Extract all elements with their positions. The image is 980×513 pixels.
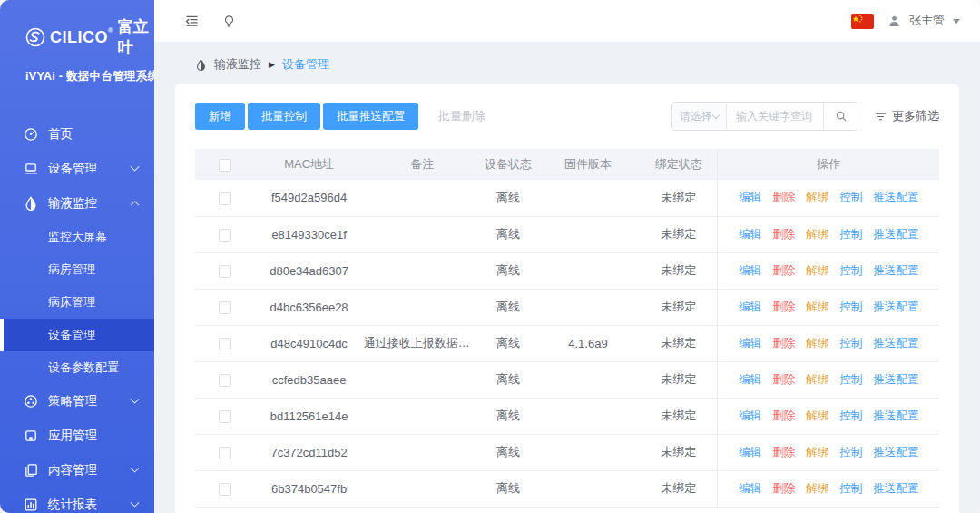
action-delete[interactable]: 删除 xyxy=(772,337,795,350)
action-delete[interactable]: 删除 xyxy=(772,264,795,277)
action-edit[interactable]: 编辑 xyxy=(739,482,761,495)
table-body: f549d2a596d4离线未绑定编辑删除解绑控制推送配置e8149330ce1… xyxy=(195,180,939,507)
row-checkbox[interactable] xyxy=(219,301,231,314)
sidebar-subitem-device-management-sub[interactable]: 设备管理 xyxy=(0,319,154,351)
action-push-config[interactable]: 推送配置 xyxy=(873,482,918,495)
breadcrumb-section: 输液监控 xyxy=(214,56,261,73)
cell-firmware xyxy=(536,470,640,507)
lightbulb-icon[interactable] xyxy=(222,15,236,28)
row-checkbox[interactable] xyxy=(219,447,231,459)
filter-icon xyxy=(875,111,887,123)
app-window: CILICO® 富立叶 iVYAi - 数据中台管理系统 首页设备管理输液监控监… xyxy=(0,0,980,513)
cell-binding: 未绑定 xyxy=(640,361,718,398)
action-unbind[interactable]: 解绑 xyxy=(806,446,828,459)
action-delete[interactable]: 删除 xyxy=(772,301,795,313)
search-field-select[interactable]: 请选择 xyxy=(672,103,727,130)
batch-push-config-button[interactable]: 批量推送配置 xyxy=(323,103,418,130)
action-edit[interactable]: 编辑 xyxy=(739,373,761,386)
sidebar-item-strategy-management[interactable]: 策略管理 xyxy=(0,384,154,419)
drop-icon xyxy=(24,196,38,211)
action-control[interactable]: 控制 xyxy=(839,409,862,422)
action-push-config[interactable]: 推送配置 xyxy=(873,264,918,277)
action-edit[interactable]: 编辑 xyxy=(739,228,761,241)
action-unbind[interactable]: 解绑 xyxy=(806,337,828,350)
cell-firmware xyxy=(536,398,640,434)
device-table: MAC地址 备注 设备状态 固件版本 绑定状态 操作 f549d2a596d4离… xyxy=(195,149,939,508)
action-push-config[interactable]: 推送配置 xyxy=(873,191,918,203)
row-checkbox[interactable] xyxy=(219,374,231,387)
row-checkbox[interactable] xyxy=(219,410,231,423)
action-edit[interactable]: 编辑 xyxy=(739,446,761,459)
sidebar-subitem-ward-management[interactable]: 病房管理 xyxy=(0,253,154,286)
select-all-checkbox[interactable] xyxy=(219,159,231,172)
table-row: ccfedb35aaee离线未绑定编辑删除解绑控制推送配置 xyxy=(195,361,939,398)
cell-firmware xyxy=(536,289,640,325)
action-unbind[interactable]: 解绑 xyxy=(806,409,828,422)
action-control[interactable]: 控制 xyxy=(839,373,862,386)
sidebar-collapse-icon[interactable] xyxy=(185,15,199,28)
batch-delete-button[interactable]: 批量删除 xyxy=(438,108,485,124)
sidebar-item-device-management[interactable]: 设备管理 xyxy=(0,152,154,186)
topbar-right: 张主管 xyxy=(851,13,960,29)
action-control[interactable]: 控制 xyxy=(839,482,862,495)
action-unbind[interactable]: 解绑 xyxy=(806,228,828,241)
sidebar-item-report-statistics[interactable]: 统计报表 xyxy=(0,488,154,513)
action-edit[interactable]: 编辑 xyxy=(739,301,761,313)
action-control[interactable]: 控制 xyxy=(839,228,862,241)
row-checkbox[interactable] xyxy=(219,483,231,496)
action-delete[interactable]: 删除 xyxy=(772,228,795,241)
action-edit[interactable]: 编辑 xyxy=(739,191,761,203)
action-push-config[interactable]: 推送配置 xyxy=(873,373,918,386)
row-checkbox[interactable] xyxy=(219,338,231,350)
action-delete[interactable]: 删除 xyxy=(772,191,795,203)
flag-cn-icon[interactable] xyxy=(851,14,874,29)
action-push-config[interactable]: 推送配置 xyxy=(873,228,918,241)
row-checkbox[interactable] xyxy=(219,229,231,242)
more-filters-button[interactable]: 更多筛选 xyxy=(875,108,939,124)
row-checkbox[interactable] xyxy=(219,265,231,278)
action-push-config[interactable]: 推送配置 xyxy=(873,301,918,313)
add-button[interactable]: 新增 xyxy=(195,103,245,130)
action-control[interactable]: 控制 xyxy=(839,337,862,350)
user-name[interactable]: 张主管 xyxy=(909,13,945,29)
action-push-config[interactable]: 推送配置 xyxy=(873,446,918,459)
cell-remark xyxy=(364,434,481,470)
globe-s-logo-icon xyxy=(25,27,45,47)
action-unbind[interactable]: 解绑 xyxy=(806,301,828,313)
action-control[interactable]: 控制 xyxy=(839,191,862,203)
action-control[interactable]: 控制 xyxy=(839,264,862,277)
action-unbind[interactable]: 解绑 xyxy=(806,191,828,203)
search-input[interactable] xyxy=(727,103,823,130)
breadcrumb-current[interactable]: 设备管理 xyxy=(282,56,329,73)
row-checkbox[interactable] xyxy=(219,192,231,205)
sidebar-subitem-bed-management[interactable]: 病床管理 xyxy=(0,286,154,319)
batch-control-button[interactable]: 批量控制 xyxy=(248,103,320,130)
action-push-config[interactable]: 推送配置 xyxy=(873,337,918,350)
sidebar-item-infusion-monitoring[interactable]: 输液监控 xyxy=(0,186,154,221)
action-control[interactable]: 控制 xyxy=(839,301,862,313)
search-group: 请选择 xyxy=(671,102,858,131)
cell-actions: 编辑删除解绑控制推送配置 xyxy=(718,252,939,289)
cell-remark xyxy=(364,398,481,434)
search-button[interactable] xyxy=(823,103,858,130)
sidebar-item-content-management[interactable]: 内容管理 xyxy=(0,453,154,488)
cell-status: 离线 xyxy=(480,325,535,361)
sidebar-item-app-management[interactable]: 应用管理 xyxy=(0,419,154,453)
sidebar-subitem-monitor-big-screen[interactable]: 监控大屏幕 xyxy=(0,221,154,253)
action-control[interactable]: 控制 xyxy=(839,446,862,459)
action-unbind[interactable]: 解绑 xyxy=(806,264,828,277)
action-edit[interactable]: 编辑 xyxy=(739,337,761,350)
action-unbind[interactable]: 解绑 xyxy=(806,373,828,386)
action-delete[interactable]: 删除 xyxy=(772,482,795,495)
action-edit[interactable]: 编辑 xyxy=(739,264,761,277)
column-header-firmware: 固件版本 xyxy=(536,149,640,180)
sidebar-item-home[interactable]: 首页 xyxy=(0,117,154,152)
action-delete[interactable]: 删除 xyxy=(772,373,795,386)
action-unbind[interactable]: 解绑 xyxy=(806,482,828,495)
action-delete[interactable]: 删除 xyxy=(772,446,795,459)
caret-down-icon[interactable] xyxy=(953,19,960,24)
action-edit[interactable]: 编辑 xyxy=(739,409,761,422)
sidebar-subitem-device-param-config[interactable]: 设备参数配置 xyxy=(0,351,154,384)
action-delete[interactable]: 删除 xyxy=(772,409,795,422)
action-push-config[interactable]: 推送配置 xyxy=(873,409,918,422)
